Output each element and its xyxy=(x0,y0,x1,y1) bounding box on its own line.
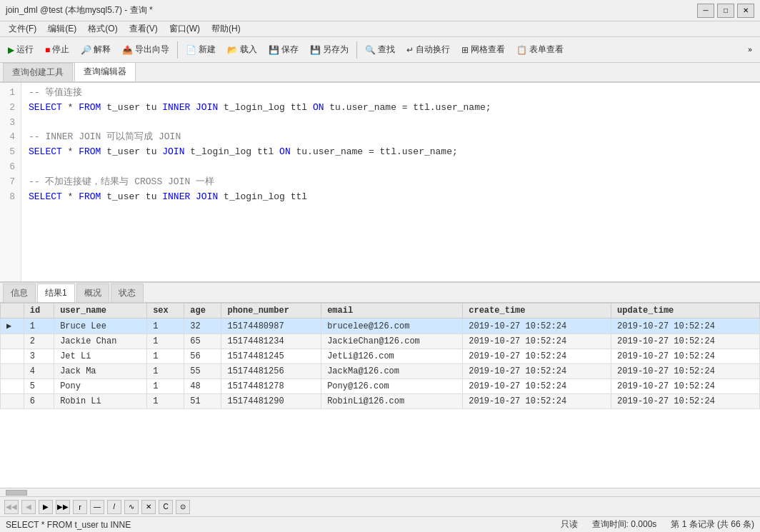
table-row[interactable]: 5Pony14815174481278Pony@126.com2019-10-2… xyxy=(1,379,760,394)
export-label: 导出向导 xyxy=(135,44,169,56)
col-sex[interactable]: sex xyxy=(147,303,184,318)
save-button[interactable]: 💾 保存 xyxy=(264,40,304,60)
load-button[interactable]: 📂 载入 xyxy=(222,40,262,60)
nav-bar: ◀◀ ◀ ▶ ▶▶ r — / ∿ ✕ C ⊙ xyxy=(0,496,760,516)
cell-age: 32 xyxy=(184,318,221,334)
nav-last[interactable]: ▶▶ xyxy=(56,500,70,514)
form-icon: 📋 xyxy=(516,45,527,55)
toolbar-overflow[interactable]: » xyxy=(743,40,757,60)
status-query-time: 查询时间: 0.000s xyxy=(592,518,657,531)
col-update-time[interactable]: update_time xyxy=(611,303,760,318)
nav-next[interactable]: ▶ xyxy=(39,500,53,514)
minimize-button[interactable]: ─ xyxy=(697,4,714,18)
nav-refresh[interactable]: r xyxy=(73,500,87,514)
window-controls: ─ □ ✕ xyxy=(697,4,754,18)
cell-email: RobinLi@126.com xyxy=(321,394,463,409)
cell-sex: 1 xyxy=(147,349,184,364)
cell-create_time: 2019-10-27 10:52:24 xyxy=(463,379,611,394)
cell-id: 3 xyxy=(24,349,54,364)
col-email[interactable]: email xyxy=(321,303,463,318)
run-icon: ▶ xyxy=(8,45,14,55)
cell-indicator xyxy=(1,349,24,364)
find-icon: 🔍 xyxy=(365,45,376,55)
nav-prev[interactable]: ◀ xyxy=(21,500,36,514)
new-button[interactable]: 📄 新建 xyxy=(181,40,221,60)
col-id[interactable]: id xyxy=(24,303,54,318)
cell-create_time: 2019-10-27 10:52:24 xyxy=(463,364,611,379)
menu-window[interactable]: 窗口(W) xyxy=(164,21,206,36)
run-button[interactable]: ▶ 运行 xyxy=(3,40,39,60)
cell-email: JackMa@126.com xyxy=(321,364,463,379)
nav-copy[interactable]: C xyxy=(159,500,173,514)
menu-format[interactable]: 格式(O) xyxy=(82,21,123,36)
cell-update_time: 2019-10-27 10:52:24 xyxy=(611,379,760,394)
find-button[interactable]: 🔍 查找 xyxy=(360,40,400,60)
results-table: id user_name sex age phone_number email … xyxy=(0,303,760,409)
nav-minus[interactable]: — xyxy=(90,500,104,514)
table-row[interactable]: 3Jet Li15615174481245JetLi@126.com2019-1… xyxy=(1,349,760,364)
cell-age: 56 xyxy=(184,349,221,364)
nav-cancel[interactable]: ✕ xyxy=(141,500,156,514)
tab-query-builder[interactable]: 查询创建工具 xyxy=(3,63,73,81)
stop-button[interactable]: ■ 停止 xyxy=(40,40,74,60)
explain-button[interactable]: 🔎 解释 xyxy=(76,40,116,60)
nav-first[interactable]: ◀◀ xyxy=(4,500,19,514)
tab-info[interactable]: 信息 xyxy=(3,283,36,302)
col-user-name[interactable]: user_name xyxy=(54,303,147,318)
col-age[interactable]: age xyxy=(184,303,221,318)
saveas-icon: 💾 xyxy=(310,45,321,55)
form-view-button[interactable]: 📋 表单查看 xyxy=(511,40,569,60)
stop-icon: ■ xyxy=(45,45,50,55)
window-title: join_dml @test (本地mysql5.7) - 查询 * xyxy=(6,4,153,16)
toolbar-sep-1 xyxy=(177,41,178,59)
run-label: 运行 xyxy=(16,44,34,56)
h-scrollbar[interactable] xyxy=(0,488,760,496)
menu-help[interactable]: 帮助(H) xyxy=(206,21,246,36)
autowrap-icon: ↵ xyxy=(406,45,414,55)
tab-result1[interactable]: 结果1 xyxy=(37,283,75,302)
line-numbers: 1 2 3 4 5 6 7 8 xyxy=(0,83,21,281)
cell-sex: 1 xyxy=(147,334,184,349)
table-row[interactable]: ▶1Bruce Lee13215174480987brucelee@126.co… xyxy=(1,318,760,334)
bottom-tabs: 信息 结果1 概况 状态 xyxy=(0,283,760,303)
table-row[interactable]: 6Robin Li15115174481290RobinLi@126.com20… xyxy=(1,394,760,409)
status-sql: SELECT * FROM t_user tu INNE xyxy=(6,520,546,530)
tab-status[interactable]: 状态 xyxy=(111,283,144,302)
col-phone-number[interactable]: phone_number xyxy=(221,303,321,318)
explain-label: 解释 xyxy=(94,44,111,56)
cell-email: Pony@126.com xyxy=(321,379,463,394)
maximize-button[interactable]: □ xyxy=(717,4,734,18)
table-row[interactable]: 2Jackie Chan16515174481234JackieChan@126… xyxy=(1,334,760,349)
menu-view[interactable]: 查看(V) xyxy=(124,21,164,36)
save-label: 保存 xyxy=(281,44,299,56)
grid-view-button[interactable]: ⊞ 网格查看 xyxy=(456,40,510,60)
autowrap-button[interactable]: ↵ 自动换行 xyxy=(401,40,455,60)
app-window: join_dml @test (本地mysql5.7) - 查询 * ─ □ ✕… xyxy=(0,0,760,532)
col-create-time[interactable]: create_time xyxy=(463,303,611,318)
status-record-info: 第 1 条记录 (共 66 条) xyxy=(671,518,754,531)
nav-dot[interactable]: ⊙ xyxy=(176,500,190,514)
results-area[interactable]: id user_name sex age phone_number email … xyxy=(0,303,760,488)
menu-file[interactable]: 文件(F) xyxy=(3,21,42,36)
toolbar: ▶ 运行 ■ 停止 🔎 解释 📤 导出向导 📄 新建 📂 载入 💾 保存 xyxy=(0,37,760,63)
cell-email: brucelee@126.com xyxy=(321,318,463,334)
cell-create_time: 2019-10-27 10:52:24 xyxy=(463,394,611,409)
cell-user_name: Robin Li xyxy=(54,394,147,409)
cell-phone_number: 15174481256 xyxy=(221,364,321,379)
saveas-button[interactable]: 💾 另存为 xyxy=(305,40,354,60)
table-row[interactable]: 4Jack Ma15515174481256JackMa@126.com2019… xyxy=(1,364,760,379)
tab-query-editor[interactable]: 查询编辑器 xyxy=(74,62,136,81)
menu-edit[interactable]: 编辑(E) xyxy=(42,21,82,36)
cell-id: 2 xyxy=(24,334,54,349)
close-button[interactable]: ✕ xyxy=(737,4,754,18)
cell-indicator xyxy=(1,379,24,394)
nav-wave[interactable]: ∿ xyxy=(124,500,139,514)
export-button[interactable]: 📤 导出向导 xyxy=(117,40,174,60)
nav-slash[interactable]: / xyxy=(107,500,121,514)
title-bar: join_dml @test (本地mysql5.7) - 查询 * ─ □ ✕ xyxy=(0,0,760,21)
cell-sex: 1 xyxy=(147,318,184,334)
editor-area[interactable]: 1 2 3 4 5 6 7 8 -- 等值连接 SELECT * FROM t_… xyxy=(0,83,760,283)
code-editor[interactable]: -- 等值连接 SELECT * FROM t_user tu INNER JO… xyxy=(21,83,760,281)
cell-phone_number: 15174481290 xyxy=(221,394,321,409)
tab-overview[interactable]: 概况 xyxy=(76,283,109,302)
